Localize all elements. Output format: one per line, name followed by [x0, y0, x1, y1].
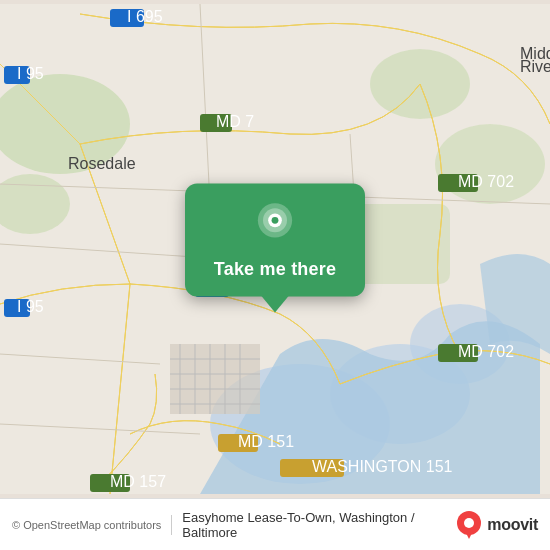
svg-text:MD 7: MD 7: [216, 113, 254, 130]
svg-text:River: River: [520, 58, 550, 75]
svg-text:I 95: I 95: [17, 298, 44, 315]
svg-text:MD 157: MD 157: [110, 473, 166, 490]
svg-text:I 695: I 695: [127, 8, 163, 25]
moovit-logo-text: moovit: [487, 516, 538, 534]
popup-label: Take me there: [214, 259, 336, 280]
app: I 95 I 95 I 695 I 695 MD 7 MD 702 MD 702…: [0, 0, 550, 550]
popup-card[interactable]: Take me there: [185, 183, 365, 296]
map-container: I 95 I 95 I 695 I 695 MD 7 MD 702 MD 702…: [0, 0, 550, 498]
footer: © OpenStreetMap contributors Easyhome Le…: [0, 498, 550, 550]
footer-logo: moovit: [455, 511, 538, 539]
svg-marker-54: [465, 531, 473, 539]
svg-text:MD 702: MD 702: [458, 173, 514, 190]
svg-text:WASHINGTON 151: WASHINGTON 151: [312, 458, 453, 475]
svg-text:MD 151: MD 151: [238, 433, 294, 450]
svg-text:MD 702: MD 702: [458, 343, 514, 360]
svg-text:Rosedale: Rosedale: [68, 155, 136, 172]
footer-description: Easyhome Lease-To-Own, Washington / Balt…: [182, 510, 445, 540]
moovit-logo-icon: [455, 511, 483, 539]
svg-text:I 95: I 95: [17, 65, 44, 82]
svg-point-53: [464, 518, 474, 528]
footer-divider: [171, 515, 172, 535]
footer-copyright: © OpenStreetMap contributors: [12, 519, 161, 531]
location-pin-icon: [251, 201, 299, 249]
svg-rect-5: [350, 204, 450, 284]
svg-point-51: [272, 217, 279, 224]
